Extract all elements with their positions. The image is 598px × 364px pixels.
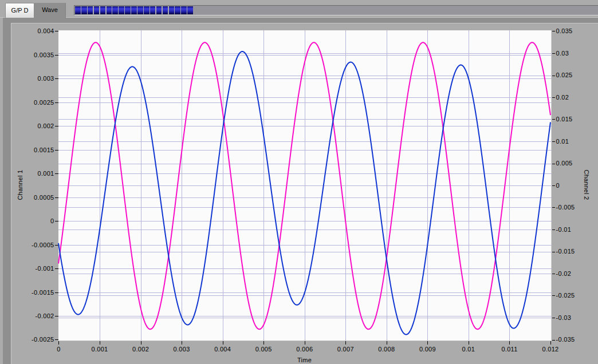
svg-text:0.005: 0.005: [255, 346, 272, 353]
svg-text:0.004: 0.004: [214, 346, 231, 353]
svg-text:0.0015: 0.0015: [34, 147, 54, 153]
svg-text:0.0035: 0.0035: [34, 52, 54, 58]
svg-text:-0.001: -0.001: [36, 265, 54, 272]
svg-text:-0.0015: -0.0015: [32, 289, 54, 296]
svg-text:0.001: 0.001: [91, 346, 108, 353]
svg-text:0.003: 0.003: [37, 75, 54, 82]
svg-text:-0.002: -0.002: [36, 312, 54, 319]
svg-text:0.009: 0.009: [419, 346, 436, 353]
svg-text:-0.0025: -0.0025: [32, 336, 54, 343]
svg-text:0.006: 0.006: [296, 346, 313, 353]
svg-text:0.0025: 0.0025: [34, 99, 54, 106]
svg-text:0.011: 0.011: [501, 346, 517, 353]
svg-text:Channel 2: Channel 2: [583, 170, 590, 200]
svg-text:0.0005: 0.0005: [34, 194, 54, 201]
svg-text:0.01: 0.01: [556, 138, 569, 145]
svg-text:-0.01: -0.01: [556, 226, 572, 233]
svg-text:-0.0005: -0.0005: [32, 242, 54, 248]
svg-text:-0.035: -0.035: [556, 336, 575, 343]
svg-text:Time: Time: [297, 357, 312, 363]
svg-text:0: 0: [57, 346, 60, 353]
svg-text:0.015: 0.015: [556, 116, 573, 122]
svg-text:0.02: 0.02: [556, 94, 569, 101]
svg-text:-0.015: -0.015: [556, 248, 575, 255]
svg-text:-0.005: -0.005: [556, 204, 575, 211]
svg-text:0.004: 0.004: [37, 27, 54, 34]
svg-text:0.001: 0.001: [37, 170, 54, 177]
svg-text:0.025: 0.025: [556, 72, 573, 78]
svg-text:0.007: 0.007: [337, 346, 354, 353]
svg-text:0.012: 0.012: [542, 346, 558, 353]
svg-text:-0.03: -0.03: [556, 314, 572, 321]
svg-text:0.002: 0.002: [132, 346, 149, 353]
svg-text:0.005: 0.005: [556, 160, 573, 167]
svg-text:0.01: 0.01: [462, 346, 475, 353]
svg-text:0.008: 0.008: [378, 346, 395, 353]
svg-text:0: 0: [50, 217, 54, 224]
svg-text:-0.025: -0.025: [556, 292, 575, 299]
svg-text:0.035: 0.035: [556, 27, 573, 34]
svg-text:0.003: 0.003: [174, 346, 190, 353]
svg-text:0.002: 0.002: [37, 122, 54, 129]
svg-text:Channel 1: Channel 1: [17, 170, 23, 200]
svg-text:0: 0: [556, 182, 560, 189]
svg-text:-0.02: -0.02: [556, 270, 572, 277]
svg-text:0.03: 0.03: [556, 50, 569, 57]
